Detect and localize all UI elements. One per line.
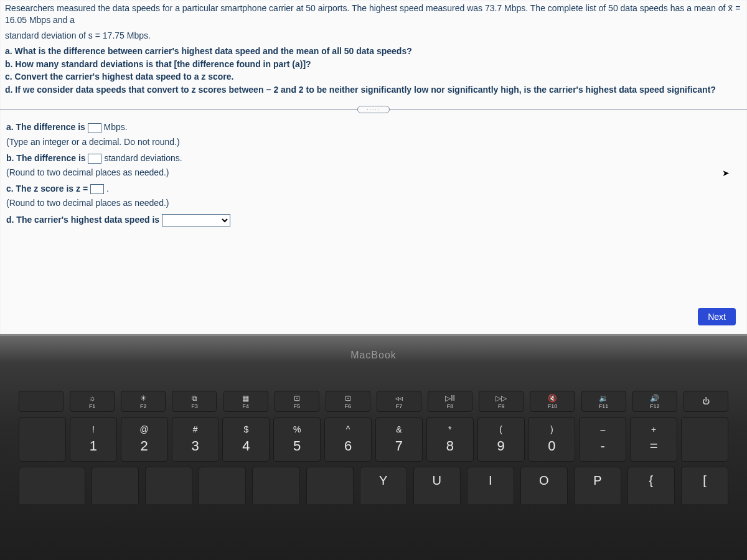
num-key-0[interactable]: )0: [528, 417, 575, 462]
answer-d-line: d. The carrier's highest data speed is: [6, 214, 741, 226]
fn-key-F10[interactable]: 🔇F10: [530, 391, 575, 412]
key-bottom-symbol: 4: [242, 438, 250, 454]
qwerty-key-1[interactable]: [92, 467, 139, 504]
laptop-brand-label: MacBook: [0, 350, 747, 361]
fn-glyph-icon: ⊡: [345, 394, 351, 403]
fn-glyph-icon: 🔉: [599, 394, 608, 403]
qwerty-key-5[interactable]: [306, 467, 354, 504]
fn-key-F12[interactable]: 🔊F12: [632, 391, 677, 412]
section-divider: ·····: [0, 105, 747, 114]
key-bottom-symbol: 5: [293, 438, 301, 454]
key-bottom-symbol: -: [601, 438, 605, 454]
key-top-symbol: #: [193, 424, 198, 434]
fn-label: F2: [140, 403, 147, 409]
key-top-symbol: –: [600, 424, 605, 434]
fn-glyph-icon: ▷II: [445, 394, 455, 403]
qwerty-key-[[interactable]: [: [681, 467, 728, 504]
answer-b-input[interactable]: [88, 154, 101, 164]
fn-glyph-icon: 🔇: [548, 394, 557, 403]
key-bottom-symbol: 3: [191, 438, 199, 454]
fn-label: F11: [599, 403, 609, 409]
intro-line-1: Researchers measured the data speeds for…: [5, 2, 742, 26]
qwerty-key-P[interactable]: P: [574, 467, 621, 504]
fn-label: F8: [447, 403, 454, 409]
num-key-0[interactable]: [19, 417, 66, 462]
collapse-pill[interactable]: ·····: [357, 106, 390, 113]
fn-label: F7: [396, 403, 403, 409]
answer-a-prefix: a. The difference is: [6, 122, 88, 132]
answer-b-hint: (Round to two decimal places as needed.): [6, 167, 741, 177]
fn-key-F7[interactable]: ◃◃F7: [377, 391, 421, 412]
fn-key-F8[interactable]: ▷IIF8: [428, 391, 472, 412]
num-key-4[interactable]: $4: [222, 417, 270, 462]
fn-key-F6[interactable]: ⊡F6: [326, 391, 370, 412]
answer-area: a. The difference is Mbps. (Type an inte…: [0, 114, 747, 234]
qwerty-key-{[interactable]: {: [627, 467, 675, 504]
num-key--[interactable]: –-: [579, 417, 626, 462]
qwerty-key-O[interactable]: O: [520, 467, 568, 504]
fn-key-F9[interactable]: ▷▷F9: [479, 391, 524, 412]
fn-label: F3: [191, 403, 198, 409]
answer-b-line: b. The difference is standard deviations…: [6, 153, 741, 164]
fn-glyph-icon: ▦: [242, 394, 249, 403]
fn-label: F6: [345, 403, 352, 409]
question-d: d. If we consider data speeds that conve…: [5, 84, 742, 96]
fn-key-F1[interactable]: ☼F1: [70, 391, 115, 412]
key-top-symbol: !: [92, 424, 95, 434]
num-key-1[interactable]: !1: [70, 417, 117, 462]
fn-key-F11[interactable]: 🔉F11: [581, 391, 626, 412]
answer-c-input[interactable]: [90, 184, 104, 194]
key-top-symbol: *: [448, 424, 451, 434]
answer-d-select[interactable]: [162, 214, 230, 226]
fn-key-F5[interactable]: ⊡F5: [275, 391, 319, 412]
fn-key-F3[interactable]: ⧉F3: [172, 391, 217, 412]
key-top-symbol: %: [293, 424, 301, 434]
num-key-6[interactable]: ^6: [324, 417, 372, 462]
num-key-=[interactable]: +=: [630, 417, 677, 462]
answer-a-suffix: Mbps.: [104, 122, 128, 132]
question-c: c. Convert the carrier's highest data sp…: [5, 71, 742, 83]
qwerty-key-I[interactable]: I: [467, 467, 514, 504]
answer-c-line: c. The z score is z = .: [6, 184, 741, 194]
answer-a-line: a. The difference is Mbps.: [6, 122, 741, 133]
fn-key-F4[interactable]: ▦F4: [223, 391, 268, 412]
fn-label: F1: [89, 403, 96, 409]
num-key-8[interactable]: *8: [426, 417, 474, 462]
key-bottom-symbol: =: [650, 438, 658, 454]
keyboard-fn-row: ☼F1☀F2⧉F3▦F4⊡F5⊡F6◃◃F7▷IIF8▷▷F9🔇F10🔉F11🔊…: [0, 391, 747, 412]
fn-label: F12: [650, 403, 660, 409]
answer-b-suffix: standard deviations.: [104, 153, 182, 163]
num-key-7[interactable]: &7: [375, 417, 423, 462]
qwerty-key-3[interactable]: [199, 467, 246, 504]
key-top-symbol: +: [651, 424, 656, 434]
num-key-3[interactable]: #3: [172, 417, 219, 462]
fn-key-0[interactable]: [19, 391, 63, 412]
qwerty-key-U[interactable]: U: [413, 467, 461, 504]
key-bottom-symbol: 1: [90, 438, 97, 454]
answer-c-prefix: c. The z score is z =: [6, 184, 90, 194]
problem-statement: Researchers measured the data speeds for…: [0, 0, 747, 102]
key-bottom-symbol: 2: [141, 438, 148, 454]
answer-d-prefix: d. The carrier's highest data speed is: [6, 215, 162, 225]
next-button[interactable]: Next: [698, 308, 736, 325]
key-bottom-symbol: 8: [446, 438, 454, 454]
key-top-symbol: ^: [346, 424, 350, 434]
key-bottom-symbol: 7: [395, 438, 403, 454]
key-bottom-symbol: 6: [344, 438, 352, 454]
fn-key-F2[interactable]: ☀F2: [121, 391, 166, 412]
num-key-5[interactable]: %5: [273, 417, 321, 462]
qwerty-key-4[interactable]: [252, 467, 299, 504]
fn-label: F4: [242, 403, 249, 409]
num-key-9[interactable]: (9: [477, 417, 525, 462]
num-key-13[interactable]: [681, 417, 728, 462]
answer-a-input[interactable]: [88, 123, 101, 133]
qwerty-key-Y[interactable]: Y: [360, 467, 407, 504]
answer-c-hint: (Round to two decimal places as needed.): [6, 198, 741, 208]
qwerty-key-2[interactable]: [145, 467, 192, 504]
fn-key-13[interactable]: ⏻: [684, 391, 728, 412]
key-bottom-symbol: 9: [497, 438, 504, 454]
fn-glyph-icon: ▷▷: [496, 394, 507, 403]
num-key-2[interactable]: @2: [121, 417, 168, 462]
answer-b-prefix: b. The difference is: [6, 153, 88, 163]
qwerty-key-tab[interactable]: [19, 467, 85, 504]
